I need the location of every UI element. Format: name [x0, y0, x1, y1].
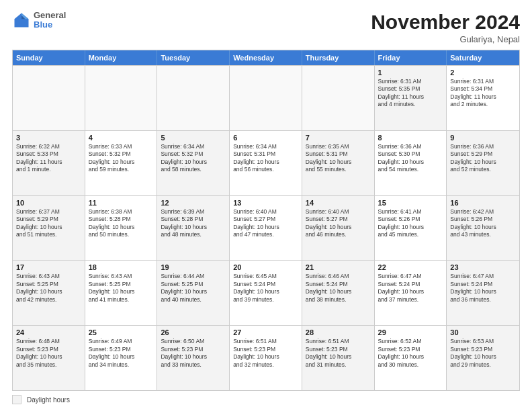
calendar-header: SundayMondayTuesdayWednesdayThursdayFrid…: [13, 50, 519, 65]
day-info: Sunrise: 6:37 AM Sunset: 5:29 PM Dayligh…: [16, 208, 81, 239]
day-number: 24: [16, 328, 81, 336]
cal-cell-r1c6: 9Sunrise: 6:36 AM Sunset: 5:29 PM Daylig…: [447, 131, 519, 195]
day-info: Sunrise: 6:39 AM Sunset: 5:28 PM Dayligh…: [161, 208, 226, 239]
day-number: 9: [450, 134, 516, 142]
day-info: Sunrise: 6:35 AM Sunset: 5:31 PM Dayligh…: [306, 143, 371, 174]
legend: Daylight hours: [12, 395, 520, 404]
cal-row-4: 24Sunrise: 6:48 AM Sunset: 5:23 PM Dayli…: [13, 325, 519, 390]
logo: General Blue: [12, 11, 66, 30]
cal-cell-r3c0: 17Sunrise: 6:43 AM Sunset: 5:25 PM Dayli…: [13, 261, 85, 325]
day-number: 20: [233, 263, 298, 271]
day-info: Sunrise: 6:43 AM Sunset: 5:25 PM Dayligh…: [89, 273, 154, 304]
day-number: 15: [378, 199, 443, 207]
logo-icon: [12, 11, 31, 30]
day-info: Sunrise: 6:51 AM Sunset: 5:23 PM Dayligh…: [306, 338, 371, 369]
day-info: Sunrise: 6:31 AM Sunset: 5:34 PM Dayligh…: [450, 78, 516, 109]
cal-cell-r3c2: 19Sunrise: 6:44 AM Sunset: 5:25 PM Dayli…: [157, 261, 230, 325]
cal-row-1: 3Sunrise: 6:32 AM Sunset: 5:33 PM Daylig…: [13, 130, 519, 195]
cal-row-0: 1Sunrise: 6:31 AM Sunset: 5:35 PM Daylig…: [13, 65, 519, 130]
cal-cell-r2c0: 10Sunrise: 6:37 AM Sunset: 5:29 PM Dayli…: [13, 196, 85, 261]
day-number: 3: [16, 134, 81, 142]
day-number: 11: [89, 199, 154, 207]
calendar: SundayMondayTuesdayWednesdayThursdayFrid…: [12, 50, 520, 391]
cal-cell-r3c6: 23Sunrise: 6:47 AM Sunset: 5:24 PM Dayli…: [447, 261, 519, 325]
day-info: Sunrise: 6:52 AM Sunset: 5:23 PM Dayligh…: [378, 338, 443, 369]
logo-text: General Blue: [34, 11, 66, 30]
day-info: Sunrise: 6:47 AM Sunset: 5:24 PM Dayligh…: [378, 273, 443, 304]
cal-cell-r2c1: 11Sunrise: 6:38 AM Sunset: 5:28 PM Dayli…: [85, 196, 158, 261]
day-info: Sunrise: 6:34 AM Sunset: 5:31 PM Dayligh…: [233, 143, 298, 174]
page: General Blue November 2024 Gulariya, Nep…: [0, 0, 532, 411]
cal-cell-r1c3: 6Sunrise: 6:34 AM Sunset: 5:31 PM Daylig…: [230, 131, 302, 195]
cal-cell-r3c4: 21Sunrise: 6:46 AM Sunset: 5:24 PM Dayli…: [302, 261, 375, 325]
day-info: Sunrise: 6:40 AM Sunset: 5:27 PM Dayligh…: [233, 208, 298, 239]
day-number: 30: [450, 328, 516, 336]
cal-row-3: 17Sunrise: 6:43 AM Sunset: 5:25 PM Dayli…: [13, 260, 519, 325]
day-info: Sunrise: 6:47 AM Sunset: 5:24 PM Dayligh…: [450, 273, 516, 304]
day-number: 4: [89, 134, 154, 142]
cal-cell-r4c3: 27Sunrise: 6:51 AM Sunset: 5:23 PM Dayli…: [230, 326, 302, 390]
cal-cell-r0c0: [13, 66, 85, 130]
day-number: 23: [450, 263, 516, 271]
day-info: Sunrise: 6:44 AM Sunset: 5:25 PM Dayligh…: [161, 273, 226, 304]
cal-cell-r1c1: 4Sunrise: 6:33 AM Sunset: 5:32 PM Daylig…: [85, 131, 158, 195]
cal-cell-r1c4: 7Sunrise: 6:35 AM Sunset: 5:31 PM Daylig…: [302, 131, 375, 195]
day-info: Sunrise: 6:31 AM Sunset: 5:35 PM Dayligh…: [378, 78, 443, 109]
day-info: Sunrise: 6:38 AM Sunset: 5:28 PM Dayligh…: [89, 208, 154, 239]
day-info: Sunrise: 6:40 AM Sunset: 5:27 PM Dayligh…: [306, 208, 371, 239]
cal-cell-r3c1: 18Sunrise: 6:43 AM Sunset: 5:25 PM Dayli…: [85, 261, 158, 325]
day-number: 29: [378, 328, 443, 336]
day-number: 5: [161, 134, 226, 142]
cal-cell-r4c1: 25Sunrise: 6:49 AM Sunset: 5:23 PM Dayli…: [85, 326, 158, 390]
header-day-saturday: Saturday: [447, 50, 519, 65]
day-info: Sunrise: 6:42 AM Sunset: 5:26 PM Dayligh…: [450, 208, 516, 239]
header-day-thursday: Thursday: [302, 50, 375, 65]
cal-cell-r0c1: [85, 66, 158, 130]
day-number: 16: [450, 199, 516, 207]
day-number: 14: [306, 199, 371, 207]
day-number: 26: [161, 328, 226, 336]
cal-cell-r2c6: 16Sunrise: 6:42 AM Sunset: 5:26 PM Dayli…: [447, 196, 519, 261]
cal-cell-r4c0: 24Sunrise: 6:48 AM Sunset: 5:23 PM Dayli…: [13, 326, 85, 390]
day-number: 19: [161, 263, 226, 271]
day-number: 13: [233, 199, 298, 207]
day-info: Sunrise: 6:41 AM Sunset: 5:26 PM Dayligh…: [378, 208, 443, 239]
day-info: Sunrise: 6:50 AM Sunset: 5:23 PM Dayligh…: [161, 338, 226, 369]
cal-cell-r4c6: 30Sunrise: 6:53 AM Sunset: 5:23 PM Dayli…: [447, 326, 519, 390]
day-number: 1: [378, 68, 443, 77]
header-day-friday: Friday: [375, 50, 447, 65]
day-info: Sunrise: 6:45 AM Sunset: 5:24 PM Dayligh…: [233, 273, 298, 304]
page-subtitle: Gulariya, Nepal: [371, 34, 520, 44]
cal-row-2: 10Sunrise: 6:37 AM Sunset: 5:29 PM Dayli…: [13, 195, 519, 261]
cal-cell-r2c3: 13Sunrise: 6:40 AM Sunset: 5:27 PM Dayli…: [230, 196, 302, 261]
header-day-monday: Monday: [85, 50, 158, 65]
day-number: 7: [306, 134, 371, 142]
day-number: 12: [161, 199, 226, 207]
cal-cell-r3c5: 22Sunrise: 6:47 AM Sunset: 5:24 PM Dayli…: [375, 261, 447, 325]
calendar-body: 1Sunrise: 6:31 AM Sunset: 5:35 PM Daylig…: [13, 65, 519, 390]
day-info: Sunrise: 6:46 AM Sunset: 5:24 PM Dayligh…: [306, 273, 371, 304]
day-info: Sunrise: 6:49 AM Sunset: 5:23 PM Dayligh…: [89, 338, 154, 369]
day-number: 21: [306, 263, 371, 271]
header: General Blue November 2024 Gulariya, Nep…: [12, 11, 520, 44]
cal-cell-r4c5: 29Sunrise: 6:52 AM Sunset: 5:23 PM Dayli…: [375, 326, 447, 390]
day-number: 27: [233, 328, 298, 336]
day-info: Sunrise: 6:34 AM Sunset: 5:32 PM Dayligh…: [161, 143, 226, 174]
day-number: 10: [16, 199, 81, 207]
cal-cell-r2c5: 15Sunrise: 6:41 AM Sunset: 5:26 PM Dayli…: [375, 196, 447, 261]
cal-cell-r3c3: 20Sunrise: 6:45 AM Sunset: 5:24 PM Dayli…: [230, 261, 302, 325]
day-number: 28: [306, 328, 371, 336]
page-title: November 2024: [371, 11, 520, 33]
day-info: Sunrise: 6:36 AM Sunset: 5:30 PM Dayligh…: [378, 143, 443, 174]
cal-cell-r0c2: [157, 66, 230, 130]
cal-cell-r4c2: 26Sunrise: 6:50 AM Sunset: 5:23 PM Dayli…: [157, 326, 230, 390]
logo-line1: General: [34, 11, 66, 20]
header-day-sunday: Sunday: [13, 50, 85, 65]
header-day-tuesday: Tuesday: [157, 50, 230, 65]
day-number: 25: [89, 328, 154, 336]
header-day-wednesday: Wednesday: [230, 50, 302, 65]
cal-cell-r2c2: 12Sunrise: 6:39 AM Sunset: 5:28 PM Dayli…: [157, 196, 230, 261]
day-info: Sunrise: 6:36 AM Sunset: 5:29 PM Dayligh…: [450, 143, 516, 174]
cal-cell-r0c4: [302, 66, 375, 130]
day-number: 18: [89, 263, 154, 271]
